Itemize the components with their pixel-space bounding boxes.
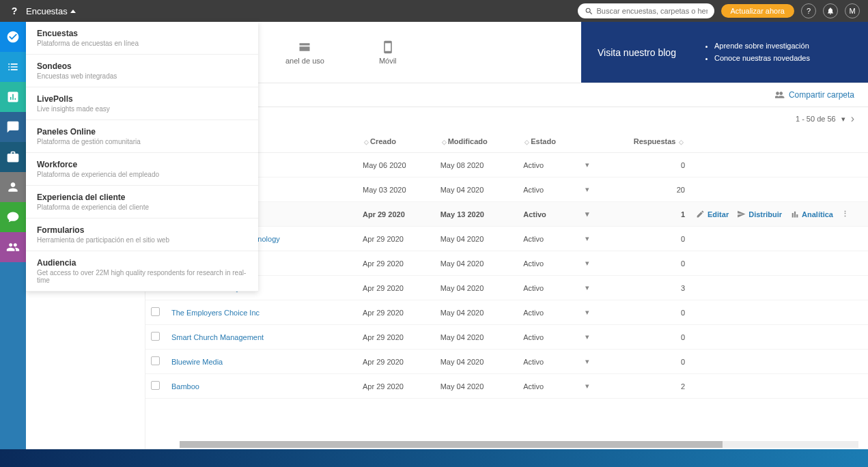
- status-dropdown[interactable]: ▾: [585, 210, 589, 218]
- dropdown-item[interactable]: WorkforcePlataforma de experiencia del e…: [26, 153, 258, 186]
- action-more[interactable]: ⋮: [841, 210, 849, 218]
- status-dropdown[interactable]: ▾: [585, 185, 589, 193]
- horizontal-scrollbar[interactable]: [180, 441, 858, 448]
- cell-modificado: May 04 2020: [435, 300, 518, 325]
- cell-creado: Apr 29 2020: [357, 350, 435, 374]
- survey-link[interactable]: Smart Church Management: [171, 333, 264, 341]
- dropdown-item[interactable]: FormulariosHerramienta de participación …: [26, 218, 258, 251]
- status-dropdown[interactable]: ▾: [585, 160, 589, 169]
- dropdown-item[interactable]: AudienciaGet access to over 22M high qua…: [26, 251, 258, 292]
- survey-link[interactable]: Bamboo: [171, 382, 199, 391]
- blog-item-1: Aprende sobre investigación: [714, 40, 810, 53]
- poll-icon: [6, 90, 20, 104]
- pencil-icon: [696, 210, 705, 218]
- dropdown-item-desc: Plataforma de experiencia del empleado: [37, 171, 247, 178]
- cell-estado: Activo: [518, 300, 580, 325]
- product-dropdown-label: Encuestas: [26, 6, 68, 16]
- cell-respuestas: 0: [602, 153, 690, 178]
- col-estado[interactable]: Estado: [531, 137, 556, 145]
- action-analytics[interactable]: Analítica: [790, 210, 833, 218]
- cell-modificado: May 04 2020: [435, 227, 518, 251]
- sidebar-item-formularios[interactable]: [0, 202, 26, 232]
- message-icon: [6, 210, 20, 224]
- tab-panel-label: anel de uso: [285, 57, 324, 65]
- list-icon: [6, 60, 20, 74]
- sidebar-item-livepolls[interactable]: [0, 82, 26, 112]
- status-dropdown[interactable]: ▾: [585, 259, 589, 267]
- person-icon: [6, 180, 20, 194]
- upgrade-button[interactable]: Actualizar ahora: [721, 4, 795, 18]
- dropdown-item-title: Workforce: [37, 160, 247, 169]
- cell-estado: Activo: [518, 178, 580, 202]
- status-dropdown[interactable]: ▾: [585, 382, 589, 390]
- cell-modificado: May 04 2020: [435, 325, 518, 350]
- sidebar-item-audiencia[interactable]: [0, 232, 26, 262]
- cell-modificado: May 04 2020: [435, 350, 518, 374]
- survey-link[interactable]: Bluewire Media: [171, 358, 223, 366]
- action-distribute[interactable]: Distribuir: [737, 210, 782, 218]
- col-creado[interactable]: Creado: [370, 137, 396, 145]
- row-checkbox[interactable]: [151, 307, 160, 316]
- dropdown-item[interactable]: Experiencia del clientePlataforma de exp…: [26, 186, 258, 218]
- dropdown-item[interactable]: Paneles OnlinePlataforma de gestión comu…: [26, 120, 258, 153]
- tab-movil[interactable]: Móvil: [379, 40, 397, 65]
- status-dropdown[interactable]: ▾: [585, 308, 589, 316]
- action-edit[interactable]: Editar: [696, 210, 729, 218]
- dropdown-item[interactable]: LivePollsLive insights made easy: [26, 87, 258, 120]
- share-folder-link[interactable]: Compartir carpeta: [775, 90, 854, 100]
- col-respuestas[interactable]: Respuestas: [634, 137, 676, 145]
- dropdown-item-desc: Plataforma de encuestas en línea: [37, 40, 247, 47]
- pager-next[interactable]: ›: [851, 113, 854, 125]
- cell-modificado: May 04 2020: [435, 178, 518, 202]
- dropdown-item-title: Encuestas: [37, 29, 247, 38]
- brand-logo-icon: ?: [8, 5, 20, 17]
- dropdown-item-title: Audiencia: [37, 258, 247, 268]
- table-row: BambooApr 29 2020May 04 2020Activo▾2: [145, 374, 868, 399]
- topbar: ? Encuestas Actualizar ahora ? M: [0, 0, 868, 22]
- row-checkbox[interactable]: [151, 356, 160, 365]
- tab-panel-uso[interactable]: anel de uso: [285, 40, 324, 65]
- cell-respuestas: 1: [602, 202, 690, 227]
- send-icon: [737, 210, 746, 218]
- status-dropdown[interactable]: ▾: [585, 332, 589, 341]
- row-checkbox[interactable]: [151, 332, 160, 341]
- sidebar-item-sondeos[interactable]: [0, 52, 26, 82]
- dropdown-item-title: Paneles Online: [37, 127, 247, 137]
- status-dropdown[interactable]: ▾: [585, 283, 589, 292]
- cell-respuestas: 20: [602, 178, 690, 202]
- dropdown-item[interactable]: EncuestasPlataforma de encuestas en líne…: [26, 22, 258, 55]
- sidebar-item-paneles[interactable]: [0, 112, 26, 142]
- row-checkbox[interactable]: [151, 381, 160, 390]
- notifications-button[interactable]: [823, 3, 838, 18]
- sidebar-item-encuestas[interactable]: [0, 22, 26, 52]
- help-button[interactable]: ?: [801, 3, 816, 18]
- survey-link[interactable]: The Employers Choice Inc: [171, 309, 260, 317]
- status-dropdown[interactable]: ▾: [585, 234, 589, 242]
- status-dropdown[interactable]: ▾: [585, 357, 589, 365]
- table-row: The Employers Choice IncApr 29 2020May 0…: [145, 300, 868, 325]
- dashboard-icon: [298, 40, 311, 54]
- tab-movil-label: Móvil: [379, 57, 397, 65]
- cell-creado: Apr 29 2020: [357, 374, 435, 399]
- blog-item-2: Conoce nuestras novedades: [714, 53, 810, 65]
- dropdown-item-desc: Encuestas web integradas: [37, 72, 247, 80]
- briefcase-icon: [6, 150, 20, 164]
- cell-creado: May 03 2020: [357, 178, 435, 202]
- blog-banner[interactable]: Visita nuestro blog Aprende sobre invest…: [581, 22, 868, 83]
- footer-gradient: [0, 449, 868, 467]
- avatar-button[interactable]: M: [845, 3, 860, 18]
- dropdown-item-title: Sondeos: [37, 61, 247, 71]
- sidebar: [0, 22, 26, 467]
- pager-dropdown[interactable]: ▾: [841, 115, 845, 124]
- col-modificado[interactable]: Modificado: [448, 137, 488, 145]
- sidebar-item-cx[interactable]: [0, 172, 26, 202]
- product-dropdown[interactable]: Encuestas: [26, 6, 76, 16]
- chat-icon: [6, 120, 20, 134]
- table-row: Smart Church ManagementApr 29 2020May 04…: [145, 325, 868, 350]
- sidebar-item-workforce[interactable]: [0, 142, 26, 172]
- dropdown-item-title: Formularios: [37, 225, 247, 235]
- cell-creado: Apr 29 2020: [357, 202, 435, 227]
- search-box[interactable]: [578, 3, 714, 18]
- search-input[interactable]: [597, 7, 708, 15]
- dropdown-item[interactable]: SondeosEncuestas web integradas: [26, 55, 258, 87]
